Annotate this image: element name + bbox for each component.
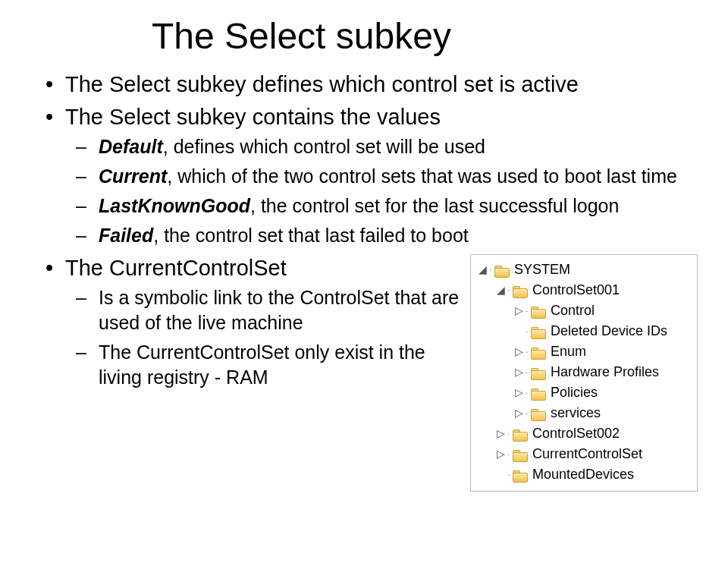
subitem-ram: The CurrentControlSet only exist in the … bbox=[65, 340, 463, 390]
tree-label: SYSTEM bbox=[514, 259, 570, 280]
tree-label: CurrentControlSet bbox=[532, 444, 642, 464]
rest-default: , defines which control set will be used bbox=[163, 136, 485, 157]
tree-label: MountedDevices bbox=[532, 464, 634, 485]
tree-label: Hardware Profiles bbox=[551, 362, 659, 382]
tree-node-currentcontrolset[interactable]: ▷ · CurrentControlSet bbox=[474, 444, 691, 464]
rest-current: , which of the two control sets that was… bbox=[167, 165, 677, 187]
bullet-3-text: The CurrentControlSet bbox=[65, 256, 287, 280]
triangle-down-icon[interactable]: ◢ bbox=[477, 262, 488, 278]
folder-icon bbox=[531, 407, 546, 420]
tree-node-system[interactable]: ◢ · SYSTEM bbox=[474, 259, 691, 280]
folder-icon bbox=[513, 285, 528, 297]
tree-dots: · bbox=[526, 364, 529, 380]
registry-tree-panel: ◢ · SYSTEM ◢ · ControlSet001 ▷ · bbox=[470, 254, 698, 492]
tree-dots: · bbox=[526, 344, 529, 360]
bullet-3-sublist: Is a symbolic link to the ControlSet tha… bbox=[65, 285, 463, 390]
bullet-list: The Select subkey defines which control … bbox=[46, 71, 698, 248]
subitem-default: Default, defines which control set will … bbox=[65, 134, 698, 159]
folder-icon bbox=[531, 366, 546, 379]
tree-label: services bbox=[551, 403, 601, 423]
term-current: Current bbox=[99, 165, 167, 187]
rest-lastknowngood: , the control set for the last successfu… bbox=[250, 195, 619, 216]
triangle-right-icon[interactable]: ▷ bbox=[513, 385, 524, 401]
tree-dots: · bbox=[526, 385, 529, 401]
tree-dots: · bbox=[526, 303, 529, 319]
bullet-1: The Select subkey defines which control … bbox=[46, 71, 698, 99]
folder-icon bbox=[531, 387, 546, 399]
tree-node-controlset002[interactable]: ▷ · ControlSet002 bbox=[474, 423, 691, 444]
triangle-right-icon[interactable]: ▷ bbox=[513, 303, 524, 319]
tree-label: Control bbox=[551, 300, 595, 321]
tree-label: ControlSet001 bbox=[532, 280, 620, 300]
folder-icon bbox=[513, 469, 528, 481]
tree-dots: · bbox=[507, 446, 511, 462]
slide-title: The Select subkey bbox=[152, 15, 698, 57]
tree-node-mounteddevices[interactable]: · MountedDevices bbox=[474, 464, 691, 485]
folder-icon bbox=[494, 264, 510, 276]
folder-icon bbox=[513, 448, 528, 461]
folder-icon bbox=[531, 326, 546, 338]
tree-label: Policies bbox=[551, 382, 598, 403]
bullet-2-sublist: Default, defines which control set will … bbox=[65, 134, 698, 248]
triangle-right-icon[interactable]: ▷ bbox=[513, 405, 524, 421]
triangle-right-icon[interactable]: ▷ bbox=[495, 446, 506, 462]
tree-dots: · bbox=[507, 426, 511, 442]
tree-label: ControlSet002 bbox=[532, 423, 620, 444]
tree-node-deleted-device-ids[interactable]: · Deleted Device IDs bbox=[474, 321, 691, 341]
tree-node-policies[interactable]: ▷ · Policies bbox=[474, 382, 691, 403]
tree-label: Enum bbox=[551, 341, 586, 362]
subitem-failed: Failed, the control set that last failed… bbox=[65, 223, 698, 248]
bullet-2: The Select subkey contains the values De… bbox=[46, 103, 698, 248]
tree-node-enum[interactable]: ▷ · Enum bbox=[474, 341, 691, 362]
folder-icon bbox=[531, 305, 546, 317]
tree-dots: · bbox=[526, 323, 529, 339]
tree-dots: · bbox=[507, 282, 511, 298]
tree-label: Deleted Device IDs bbox=[551, 321, 667, 341]
term-lastknowngood: LastKnownGood bbox=[99, 195, 250, 216]
subitem-symlink: Is a symbolic link to the ControlSet tha… bbox=[65, 285, 463, 335]
tree-dots: · bbox=[507, 467, 511, 483]
term-default: Default bbox=[99, 136, 163, 157]
triangle-right-icon[interactable]: ▷ bbox=[513, 364, 524, 380]
triangle-down-icon[interactable]: ◢ bbox=[495, 282, 506, 298]
triangle-right-icon[interactable]: ▷ bbox=[495, 426, 506, 442]
folder-icon bbox=[531, 346, 546, 358]
tree-dots: · bbox=[526, 405, 529, 421]
tree-node-control[interactable]: ▷ · Control bbox=[474, 300, 691, 321]
rest-failed: , the control set that last failed to bo… bbox=[153, 225, 469, 246]
folder-icon bbox=[513, 428, 528, 440]
triangle-right-icon[interactable]: ▷ bbox=[513, 344, 524, 360]
tree-dots: · bbox=[489, 262, 493, 278]
bullet-2-text: The Select subkey contains the values bbox=[65, 105, 441, 129]
term-failed: Failed bbox=[99, 225, 153, 246]
tree-node-hardware-profiles[interactable]: ▷ · Hardware Profiles bbox=[474, 362, 691, 382]
bullet-list-2: The CurrentControlSet Is a symbolic link… bbox=[46, 254, 463, 390]
subitem-current: Current, which of the two control sets t… bbox=[65, 164, 698, 189]
tree-node-controlset001[interactable]: ◢ · ControlSet001 bbox=[474, 280, 691, 300]
tree-node-services[interactable]: ▷ · services bbox=[474, 403, 691, 423]
subitem-lastknowngood: LastKnownGood, the control set for the l… bbox=[65, 193, 698, 219]
bullet-3: The CurrentControlSet Is a symbolic link… bbox=[46, 254, 463, 390]
